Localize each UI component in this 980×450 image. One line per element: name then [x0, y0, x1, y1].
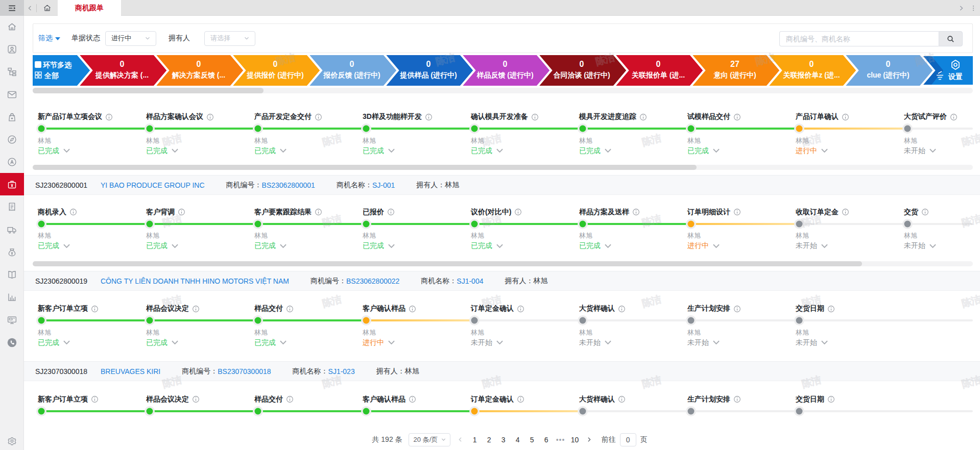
sidebar-collapse-button[interactable] [0, 0, 24, 16]
info-icon[interactable] [632, 208, 640, 216]
sidebar-item-monitor[interactable] [0, 309, 24, 331]
sidebar-item-mail[interactable] [0, 83, 24, 106]
home-tab-button[interactable] [37, 4, 57, 12]
info-icon[interactable] [733, 305, 741, 313]
funnel-chip-10[interactable] [767, 54, 857, 87]
page-button-1[interactable]: 1 [468, 436, 482, 444]
owner-select[interactable]: 请选择 [204, 31, 255, 46]
stage-status-dropdown[interactable]: 已完成 [254, 241, 286, 251]
funnel-chip-11[interactable] [844, 54, 934, 87]
stage-status-dropdown[interactable]: 已完成 [579, 146, 611, 156]
page-button-2[interactable]: 2 [482, 436, 496, 444]
sidebar-item-receipt[interactable] [0, 195, 24, 218]
info-icon[interactable] [315, 113, 322, 121]
info-icon[interactable] [517, 305, 524, 313]
funnel-chip-4[interactable] [307, 54, 398, 87]
info-icon[interactable] [91, 395, 99, 403]
info-icon[interactable] [315, 208, 322, 216]
info-icon[interactable] [921, 208, 929, 216]
funnel-scrollbar[interactable] [33, 88, 973, 93]
info-icon[interactable] [827, 395, 835, 403]
info-icon[interactable] [733, 208, 741, 216]
info-icon[interactable] [639, 113, 647, 121]
stage-status-dropdown[interactable]: 已完成 [579, 241, 611, 251]
sidebar-item-money-bag[interactable] [0, 241, 24, 263]
info-icon[interactable] [733, 113, 741, 121]
scrollbar-thumb[interactable] [33, 261, 862, 266]
stage-status-dropdown[interactable]: 进行中 [687, 241, 720, 251]
funnel-chip-8[interactable] [614, 54, 704, 87]
stage-status-dropdown[interactable]: 已完成 [363, 146, 395, 156]
funnel-chip-7[interactable] [537, 54, 628, 87]
stage-status-dropdown[interactable]: 已完成 [363, 241, 395, 251]
info-icon[interactable] [827, 305, 835, 313]
funnel-chip-9[interactable] [690, 54, 781, 87]
info-icon[interactable] [409, 395, 416, 403]
stage-status-dropdown[interactable]: 已完成 [38, 146, 70, 156]
stage-status-dropdown[interactable]: 已完成 [254, 338, 286, 347]
stage-status-dropdown[interactable]: 已完成 [146, 146, 178, 156]
page-button-4[interactable]: 4 [511, 436, 525, 444]
sidebar-item-briefcase-money[interactable] [0, 173, 24, 195]
stage-status-dropdown[interactable]: 未开始 [579, 338, 611, 347]
funnel-chip-5[interactable] [384, 54, 474, 87]
opportunity-code-link[interactable]: BS23070300018 [218, 367, 271, 376]
row-scrollbar[interactable] [33, 261, 973, 266]
info-icon[interactable] [387, 208, 395, 216]
stage-status-dropdown[interactable]: 进行中 [363, 338, 395, 347]
info-icon[interactable] [618, 395, 626, 403]
search-input[interactable] [779, 31, 939, 46]
info-icon[interactable] [178, 208, 185, 216]
info-icon[interactable] [842, 113, 849, 121]
page-button-5[interactable]: 5 [525, 436, 539, 444]
info-icon[interactable] [517, 395, 524, 403]
multi-select-checkbox[interactable] [35, 61, 41, 68]
opportunity-name-link[interactable]: SJ-001 [372, 181, 395, 189]
tabs-scroll-right-icon[interactable] [958, 5, 965, 12]
back-button[interactable] [24, 5, 36, 12]
opportunity-name-link[interactable]: SJ1-004 [457, 277, 483, 285]
search-button[interactable] [939, 31, 963, 46]
info-icon[interactable] [618, 305, 626, 313]
info-icon[interactable] [91, 305, 99, 313]
info-icon[interactable] [286, 305, 294, 313]
page-button-3[interactable]: 3 [496, 436, 511, 444]
info-icon[interactable] [514, 208, 522, 216]
stage-status-dropdown[interactable]: 进行中 [796, 146, 828, 156]
tab-menu-kebab-icon[interactable] [970, 5, 977, 12]
scrollbar-thumb[interactable] [33, 165, 697, 170]
stage-status-dropdown[interactable]: 已完成 [38, 338, 70, 347]
opportunity-code-link[interactable]: BS23062800001 [262, 181, 315, 189]
stage-status-dropdown[interactable]: 已完成 [146, 338, 178, 347]
sidebar-item-bar-chart[interactable] [0, 286, 24, 308]
opportunity-company-link[interactable]: BREUVAGES KIRI [101, 367, 160, 376]
funnel-settings-label[interactable]: 设置 [948, 72, 963, 81]
info-icon[interactable] [842, 208, 849, 216]
goto-page-input[interactable] [620, 433, 636, 446]
stage-status-dropdown[interactable]: 已完成 [687, 146, 720, 156]
stage-status-dropdown[interactable]: 未开始 [796, 241, 828, 251]
next-page-button[interactable] [582, 436, 596, 443]
page-button-6[interactable]: 6 [539, 436, 554, 444]
prev-page-button[interactable] [453, 436, 468, 443]
stage-status-dropdown[interactable]: 已完成 [471, 241, 503, 251]
stage-status-dropdown[interactable]: 已完成 [38, 241, 70, 251]
stage-status-dropdown[interactable]: 未开始 [904, 146, 936, 156]
funnel-chip-3[interactable] [231, 54, 321, 87]
funnel-chip-6[interactable] [461, 54, 551, 87]
sidebar-item-a-circle[interactable] [0, 151, 24, 173]
pagination-ellipsis[interactable]: ••• [554, 436, 568, 444]
stage-status-dropdown[interactable]: 未开始 [904, 241, 936, 251]
opportunity-name-link[interactable]: SJ1-023 [328, 367, 355, 376]
row-scrollbar[interactable] [33, 165, 973, 170]
info-icon[interactable] [192, 305, 200, 313]
funnel-chip-2[interactable] [154, 54, 245, 87]
info-icon[interactable] [105, 113, 113, 121]
sidebar-item-home[interactable] [0, 15, 24, 38]
sidebar-item-book[interactable] [0, 263, 24, 286]
info-icon[interactable] [531, 113, 539, 121]
sidebar-item-shopping-bag[interactable] [0, 106, 24, 128]
info-icon[interactable] [206, 113, 214, 121]
sidebar-item-chat[interactable] [0, 331, 24, 354]
page-button-10[interactable]: 10 [568, 436, 582, 444]
